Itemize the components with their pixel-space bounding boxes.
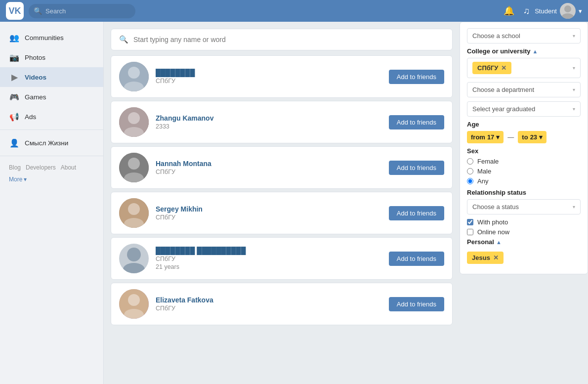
people-search-input[interactable] xyxy=(133,36,444,43)
sex-any-radio[interactable] xyxy=(467,178,473,184)
sidebar-item-label: Смысл Жизни xyxy=(25,139,68,147)
add-friend-button[interactable]: Add to friends xyxy=(389,161,444,175)
sex-female-radio[interactable] xyxy=(467,158,473,165)
sidebar-item-ads[interactable]: 📢 Ads xyxy=(0,107,103,127)
college-filter: College or university ▲ СПбГУ ✕ ▾ xyxy=(467,47,581,78)
notifications-icon[interactable]: 🔔 xyxy=(504,5,514,16)
add-friend-button[interactable]: Add to friends xyxy=(389,70,444,84)
person-sub: СПбГУ xyxy=(156,256,382,262)
user-dropdown-icon[interactable]: ▾ xyxy=(579,7,582,15)
search-input[interactable] xyxy=(29,4,135,18)
age-label: Age xyxy=(467,121,581,128)
person-avatar xyxy=(119,244,149,273)
person-sub: 2333 xyxy=(156,123,382,130)
college-label: College or university ▲ xyxy=(467,47,581,55)
people-list: ████████ СПбГУ Add to friends Zhangu Kam… xyxy=(111,55,453,325)
person-name[interactable]: Zhangu Kamanov xyxy=(156,114,382,122)
school-filter: Choose a school ▾ xyxy=(467,28,581,43)
person-sub: СПбГУ xyxy=(156,78,382,85)
age-from-dropdown[interactable]: from 17 ▾ xyxy=(467,131,504,143)
online-now-checkbox[interactable] xyxy=(467,229,473,235)
person-name[interactable]: ████████ ██████████ xyxy=(156,247,382,255)
sidebar: 👥 Communities 📷 Photos ▶ Videos 🎮 Games … xyxy=(0,22,104,384)
user-menu[interactable]: Student ▾ xyxy=(535,3,582,19)
search-bar-icon: 🔍 xyxy=(119,35,128,44)
sidebar-item-videos[interactable]: ▶ Videos xyxy=(0,67,103,87)
person-card: ████████ ██████████ СПбГУ21 years Add to… xyxy=(111,237,453,280)
college-remove-icon[interactable]: ✕ xyxy=(501,64,506,72)
person-sub: СПбГУ xyxy=(156,214,382,221)
topnav-icons: 🔔 ♫ xyxy=(504,5,530,16)
person-avatar xyxy=(119,62,149,91)
add-friend-button[interactable]: Add to friends xyxy=(389,297,444,311)
more-link[interactable]: More ▾ xyxy=(9,176,27,183)
add-friend-button[interactable]: Add to friends xyxy=(389,252,444,266)
college-collapse-icon[interactable]: ▲ xyxy=(533,48,538,54)
online-now-label[interactable]: Online now xyxy=(477,228,509,236)
sex-female-label[interactable]: Female xyxy=(477,158,499,165)
about-link[interactable]: About xyxy=(61,164,76,171)
sex-male-label[interactable]: Male xyxy=(477,168,491,175)
svg-point-0 xyxy=(564,5,571,12)
relationship-dropdown-arrow: ▾ xyxy=(573,204,575,210)
developers-link[interactable]: Developers xyxy=(26,164,56,171)
blog-link[interactable]: Blog xyxy=(9,164,21,171)
svg-point-1 xyxy=(562,13,574,19)
ads-icon: 📢 xyxy=(9,111,20,122)
sidebar-item-games[interactable]: 🎮 Games xyxy=(0,87,103,107)
age-to-dropdown[interactable]: to 23 ▾ xyxy=(518,131,546,143)
person-sub: СПбГУ xyxy=(156,305,382,312)
videos-icon: ▶ xyxy=(9,72,20,83)
age-to-arrow: ▾ xyxy=(539,133,543,141)
add-friend-button[interactable]: Add to friends xyxy=(389,206,444,220)
sidebar-item-label: Ads xyxy=(25,113,36,121)
sex-male-radio[interactable] xyxy=(467,168,473,174)
age-from-arrow: ▾ xyxy=(496,133,500,141)
personal-remove-icon[interactable]: ✕ xyxy=(493,254,499,261)
with-photo-checkbox[interactable] xyxy=(467,219,473,225)
sidebar-item-label: Photos xyxy=(25,54,45,61)
sex-female-row: Female xyxy=(467,158,581,165)
svg-point-9 xyxy=(128,158,140,170)
sidebar-item-label: Communities xyxy=(25,34,64,42)
sidebar-item-photos[interactable]: 📷 Photos xyxy=(0,47,103,67)
person-card: Zhangu Kamanov 2333 Add to friends xyxy=(111,101,453,143)
person-card: Hannah Montana СПбГУ Add to friends xyxy=(111,146,453,189)
svg-point-17 xyxy=(128,294,140,306)
department-dropdown[interactable]: Choose a department ▾ xyxy=(467,82,581,97)
age-row: from 17 ▾ — to 23 ▾ xyxy=(467,131,581,143)
search-icon: 🔍 xyxy=(34,7,42,15)
relationship-dropdown[interactable]: Choose a status ▾ xyxy=(467,199,581,214)
person-name[interactable]: Sergey Mikhin xyxy=(156,205,382,213)
person-name[interactable]: Elizaveta Fatkova xyxy=(156,296,382,304)
relationship-label: Relationship status xyxy=(467,189,581,196)
person-card: Sergey Mikhin СПбГУ Add to friends xyxy=(111,192,453,234)
add-friend-button[interactable]: Add to friends xyxy=(389,115,444,129)
sidebar-divider-2 xyxy=(0,156,103,156)
vk-logo[interactable]: VK xyxy=(6,2,24,20)
year-dropdown[interactable]: Select year graduated ▾ xyxy=(467,101,581,117)
with-photo-label[interactable]: With photo xyxy=(477,218,508,226)
sidebar-item-communities[interactable]: 👥 Communities xyxy=(0,28,103,47)
svg-point-6 xyxy=(128,112,140,124)
personal-collapse-icon[interactable]: ▲ xyxy=(496,239,502,245)
music-icon[interactable]: ♫ xyxy=(523,6,530,16)
person-avatar xyxy=(119,107,149,137)
sidebar-item-smysl[interactable]: 👤 Смысл Жизни xyxy=(0,133,103,153)
person-name[interactable]: ████████ xyxy=(156,69,382,77)
sidebar-item-label: Games xyxy=(25,93,46,101)
school-dropdown[interactable]: Choose a school ▾ xyxy=(467,28,581,43)
sex-label: Sex xyxy=(467,147,581,155)
person-info: ████████ ██████████ СПбГУ21 years xyxy=(156,247,382,270)
svg-point-12 xyxy=(128,203,140,215)
personal-filter: Personal ▲ Jesus ✕ xyxy=(467,238,581,264)
sex-male-row: Male xyxy=(467,168,581,175)
communities-icon: 👥 xyxy=(9,32,20,43)
college-dropdown[interactable]: СПбГУ ✕ ▾ xyxy=(467,58,581,78)
year-dropdown-arrow: ▾ xyxy=(573,106,575,112)
sidebar-footer: Blog Developers About More ▾ xyxy=(0,159,103,188)
personal-tag: Jesus ✕ xyxy=(467,252,504,264)
sex-any-label[interactable]: Any xyxy=(477,177,488,185)
person-name[interactable]: Hannah Montana xyxy=(156,160,382,168)
with-photo-row: With photo xyxy=(467,218,581,226)
